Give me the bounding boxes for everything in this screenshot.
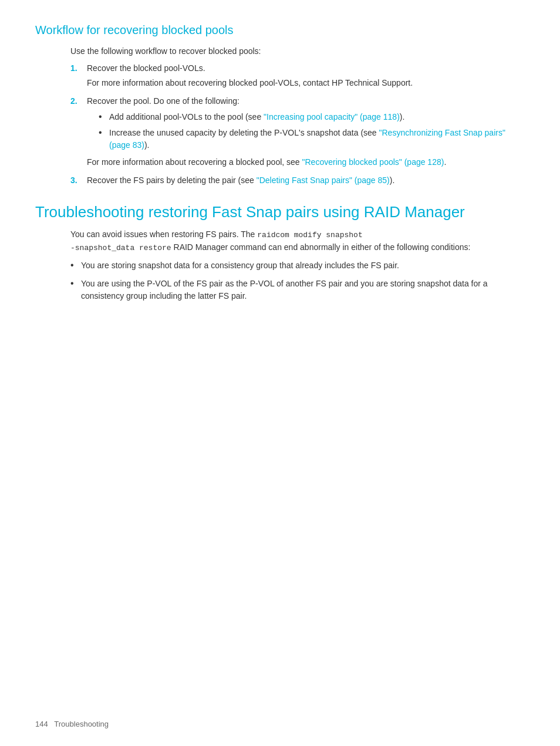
step-3-before: Recover the FS pairs by deleting the pai… xyxy=(87,175,257,185)
link-deleting-fast-snap[interactable]: "Deleting Fast Snap pairs" (page 85) xyxy=(257,175,390,185)
troubleshoot-intro-after: RAID Manager command can end abnormally … xyxy=(171,242,471,252)
workflow-intro: Use the following workflow to recover bl… xyxy=(70,45,525,58)
step-2-note-after: . xyxy=(444,157,446,167)
link-increasing-pool[interactable]: "Increasing pool capacity" (page 118) xyxy=(264,112,400,121)
step-3-after: ). xyxy=(390,175,395,185)
page-number: 144 xyxy=(35,720,48,728)
troubleshoot-intro-before: You can avoid issues when restoring FS p… xyxy=(70,229,257,239)
bullet-2-2-before: Increase the unused capacity by deleting… xyxy=(109,128,379,137)
footer-section: Troubleshooting xyxy=(54,720,109,728)
step-2-bullets: Add additional pool-VOLs to the pool (se… xyxy=(99,111,525,151)
section-title-workflow: Workflow for recovering blocked pools xyxy=(35,23,525,39)
step-2-main: Recover the pool. Do one of the followin… xyxy=(87,96,239,106)
troubleshoot-bullets: You are storing snapshot data for a cons… xyxy=(70,259,525,302)
section-title-troubleshooting: Troubleshooting restoring Fast Snap pair… xyxy=(35,203,525,221)
bullet-2-2: Increase the unused capacity by deleting… xyxy=(99,127,525,151)
troubleshoot-bullet-2: You are using the P-VOL of the FS pair a… xyxy=(70,278,525,302)
workflow-steps: Recover the blocked pool-VOLs. For more … xyxy=(70,62,525,187)
bullet-2-1: Add additional pool-VOLs to the pool (se… xyxy=(99,111,525,123)
code-raidcom-modify: raidcom modify snapshot xyxy=(257,231,362,239)
troubleshoot-bullet-1: You are storing snapshot data for a cons… xyxy=(70,259,525,272)
step-1-note: For more information about recovering bl… xyxy=(87,77,525,89)
step-1: Recover the blocked pool-VOLs. For more … xyxy=(70,62,525,89)
section-workflow: Workflow for recovering blocked pools Us… xyxy=(35,23,525,187)
bullet-2-1-after: ). xyxy=(400,112,405,121)
code-snapshot-restore: -snapshot_data restore xyxy=(70,244,171,252)
section-troubleshooting: Troubleshooting restoring Fast Snap pair… xyxy=(35,203,525,302)
step-2: Recover the pool. Do one of the followin… xyxy=(70,95,525,168)
bullet-2-1-before: Add additional pool-VOLs to the pool (se… xyxy=(109,112,264,121)
step-2-note-before: For more information about recovering a … xyxy=(87,157,302,167)
footer: 144 Troubleshooting xyxy=(35,720,109,728)
step-2-note: For more information about recovering a … xyxy=(87,156,525,168)
bullet-2-2-after: ). xyxy=(144,140,150,150)
troubleshoot-intro: You can avoid issues when restoring FS p… xyxy=(70,228,525,254)
step-1-main: Recover the blocked pool-VOLs. xyxy=(87,63,205,73)
step-3: Recover the FS pairs by deleting the pai… xyxy=(70,174,525,187)
link-recovering-blocked-pools[interactable]: "Recovering blocked pools" (page 128) xyxy=(302,157,444,167)
